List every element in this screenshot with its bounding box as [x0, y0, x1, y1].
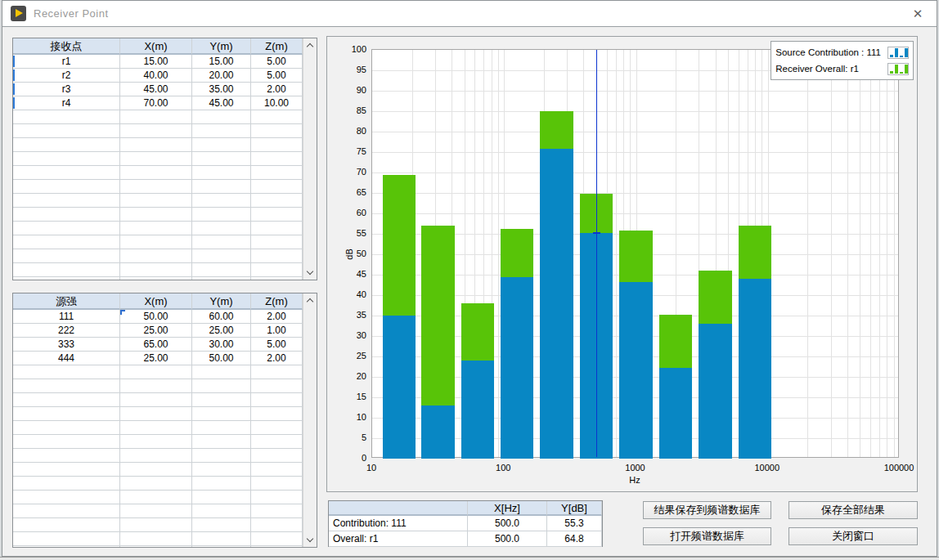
- table-cell[interactable]: [192, 235, 251, 249]
- table-cell[interactable]: [192, 180, 251, 194]
- table-cell[interactable]: [120, 208, 192, 222]
- table-cell[interactable]: 1.00: [251, 324, 303, 338]
- table-cell[interactable]: 40.00: [120, 69, 192, 83]
- table-cell[interactable]: [13, 379, 120, 393]
- table-cell[interactable]: 65.00: [120, 338, 192, 352]
- table-row[interactable]: [13, 194, 303, 208]
- table-cell[interactable]: [192, 477, 251, 491]
- close-button[interactable]: ✕: [905, 4, 930, 24]
- table-cell[interactable]: [192, 449, 251, 463]
- table-cell[interactable]: [13, 518, 120, 532]
- table-cell[interactable]: [120, 546, 192, 548]
- table-cell[interactable]: Contribution: 111: [329, 516, 468, 531]
- table-cell[interactable]: Overall: r1: [329, 531, 468, 547]
- table-row[interactable]: [13, 110, 303, 124]
- graph-cursor-line[interactable]: [596, 50, 597, 457]
- table-cell[interactable]: [251, 477, 303, 491]
- table-row[interactable]: [13, 152, 303, 166]
- table-row[interactable]: [13, 421, 303, 435]
- table-cell[interactable]: 70.00: [120, 96, 192, 110]
- table-cell[interactable]: [120, 124, 192, 138]
- table-cell[interactable]: [192, 393, 251, 407]
- table-cell[interactable]: [251, 546, 303, 548]
- table-row[interactable]: r115.0015.005.00: [13, 55, 303, 69]
- table-row[interactable]: [13, 138, 303, 152]
- table-cell[interactable]: 333: [13, 338, 120, 352]
- table-cell[interactable]: [192, 194, 251, 208]
- table-cell[interactable]: 111: [13, 310, 120, 324]
- column-header[interactable]: Y(m): [192, 38, 251, 55]
- table-cell[interactable]: [13, 166, 120, 180]
- table-cell[interactable]: [192, 407, 251, 421]
- table-row[interactable]: [13, 166, 303, 180]
- table-cell[interactable]: [192, 532, 251, 546]
- table-cell[interactable]: 55.3: [547, 516, 602, 531]
- vertical-scrollbar[interactable]: [303, 293, 317, 547]
- table-cell[interactable]: [120, 393, 192, 407]
- table-cell[interactable]: [251, 124, 303, 138]
- table-cell[interactable]: [13, 194, 120, 208]
- table-cell[interactable]: [13, 477, 120, 491]
- table-row[interactable]: [13, 180, 303, 194]
- table-cell[interactable]: [192, 379, 251, 393]
- table-cell[interactable]: 5.00: [251, 338, 303, 352]
- table-cell[interactable]: [192, 491, 251, 504]
- table-cell[interactable]: 2.00: [251, 310, 303, 324]
- table-cell[interactable]: [13, 435, 120, 449]
- table-cell[interactable]: [251, 263, 303, 277]
- table-cell[interactable]: [192, 166, 251, 180]
- table-cell[interactable]: [13, 393, 120, 407]
- table-row[interactable]: [13, 463, 303, 477]
- table-cell[interactable]: [13, 180, 120, 194]
- table-cell[interactable]: r3: [13, 83, 120, 96]
- table-cell[interactable]: 64.8: [547, 531, 602, 547]
- table-cell[interactable]: 25.00: [120, 352, 192, 365]
- table-row[interactable]: [13, 379, 303, 393]
- table-cell[interactable]: 20.00: [192, 69, 251, 83]
- table-row[interactable]: [13, 365, 303, 379]
- table-row[interactable]: [13, 477, 303, 491]
- column-header[interactable]: Z(m): [251, 38, 303, 55]
- table-cell[interactable]: [120, 449, 192, 463]
- table-cell[interactable]: 222: [13, 324, 120, 338]
- table-cell[interactable]: [13, 138, 120, 152]
- table-cell[interactable]: [120, 180, 192, 194]
- open-spectrum-db-button[interactable]: 打开频谱数据库: [643, 527, 771, 545]
- table-cell[interactable]: [13, 546, 120, 548]
- table-row[interactable]: [13, 235, 303, 249]
- table-cell[interactable]: [13, 110, 120, 124]
- table-cell[interactable]: 30.00: [192, 338, 251, 352]
- table-row[interactable]: r345.0035.002.00: [13, 83, 303, 96]
- table-cell[interactable]: [120, 110, 192, 124]
- table-cell[interactable]: [120, 504, 192, 518]
- scroll-down-icon[interactable]: [303, 266, 317, 280]
- table-cell[interactable]: [251, 379, 303, 393]
- column-header[interactable]: [329, 501, 468, 516]
- table-cell[interactable]: [120, 477, 192, 491]
- table-cell[interactable]: [192, 110, 251, 124]
- table-row[interactable]: [13, 249, 303, 263]
- save-to-spectrum-db-button[interactable]: 结果保存到频谱数据库: [643, 501, 771, 519]
- table-cell[interactable]: [120, 365, 192, 379]
- table-row[interactable]: [13, 546, 303, 548]
- table-cell[interactable]: 50.00: [120, 310, 192, 324]
- column-header[interactable]: 源强: [13, 293, 120, 310]
- table-cell[interactable]: [192, 222, 251, 235]
- table-cell[interactable]: [120, 463, 192, 477]
- graph-cursor-crosshair[interactable]: [593, 232, 600, 234]
- table-cell[interactable]: [120, 435, 192, 449]
- save-all-results-button[interactable]: 保存全部结果: [788, 501, 918, 519]
- table-cell[interactable]: [120, 532, 192, 546]
- table-row[interactable]: [13, 124, 303, 138]
- table-cell[interactable]: [251, 277, 303, 280]
- table-cell[interactable]: r4: [13, 96, 120, 110]
- table-cell[interactable]: 45.00: [120, 83, 192, 96]
- table-row[interactable]: [13, 393, 303, 407]
- table-cell[interactable]: [120, 235, 192, 249]
- table-cell[interactable]: 60.00: [192, 310, 251, 324]
- column-header[interactable]: X(m): [120, 38, 192, 55]
- chart-legend[interactable]: Source Contribution : 111 Receiver Overa…: [771, 41, 914, 80]
- table-cell[interactable]: [192, 152, 251, 166]
- table-cell[interactable]: [120, 491, 192, 504]
- table-cell[interactable]: [120, 421, 192, 435]
